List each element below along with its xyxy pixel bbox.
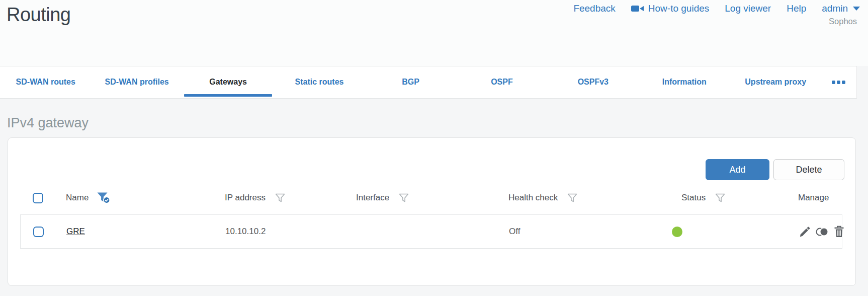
filter-icon[interactable] — [715, 193, 726, 203]
caret-down-icon — [853, 7, 860, 11]
header-cell-select — [20, 193, 58, 203]
filter-icon[interactable] — [275, 193, 286, 203]
ellipsis-icon — [832, 81, 845, 84]
header-cell-status: Status — [662, 193, 778, 203]
tab-sdwan-profiles[interactable]: SD-WAN profiles — [91, 66, 182, 98]
feedback-link[interactable]: Feedback — [573, 3, 615, 14]
filter-icon[interactable] — [398, 193, 409, 203]
gateway-name-link[interactable]: GRE — [66, 227, 85, 237]
admin-menu[interactable]: admin — [822, 3, 860, 14]
cell-manage — [779, 226, 844, 238]
tab-gateways[interactable]: Gateways — [183, 66, 274, 98]
cell-health-check: Off — [509, 227, 662, 237]
cell-select — [21, 227, 59, 237]
status-toggle-icon[interactable] — [816, 227, 829, 237]
row-select-checkbox[interactable] — [33, 227, 44, 237]
header-cell-interface: Interface — [356, 193, 508, 203]
tab-information[interactable]: Information — [639, 66, 730, 98]
tab-sdwan-routes[interactable]: SD-WAN routes — [0, 66, 91, 98]
more-tabs-button[interactable] — [821, 66, 856, 98]
tab-ospf[interactable]: OSPF — [456, 66, 547, 98]
routing-page: Routing Feedback How-to guides Log viewe… — [0, 0, 868, 296]
table-toolbar: Add Delete — [706, 159, 844, 180]
header-cell-manage: Manage — [778, 193, 842, 203]
tab-bar: SD-WAN routes SD-WAN profiles Gateways S… — [0, 66, 857, 99]
cell-name: GRE — [59, 227, 225, 237]
tab-bgp[interactable]: BGP — [365, 66, 456, 98]
filter-icon[interactable] — [567, 193, 578, 203]
tab-upstream-proxy[interactable]: Upstream proxy — [730, 66, 821, 98]
header-cell-health-check: Health check — [508, 193, 662, 203]
status-up-dot — [672, 227, 682, 237]
log-viewer-link[interactable]: Log viewer — [725, 3, 771, 14]
header-cell-ip: IP address — [225, 193, 356, 203]
tab-ospfv3[interactable]: OSPFv3 — [548, 66, 639, 98]
gateway-card: Add Delete Name IP address — [8, 137, 856, 286]
cell-ip: 10.10.10.2 — [225, 227, 357, 237]
section-heading: IPv4 gateway — [7, 114, 89, 132]
cell-status — [662, 227, 779, 237]
table-header: Name IP address Interface — [20, 186, 842, 209]
how-to-guides-link[interactable]: How-to guides — [631, 3, 709, 14]
brand-label: Sophos — [829, 16, 857, 27]
header-cell-name: Name — [58, 192, 225, 204]
delete-button[interactable]: Delete — [773, 159, 844, 180]
tab-static-routes[interactable]: Static routes — [274, 66, 365, 98]
help-link[interactable]: Help — [787, 3, 806, 14]
video-camera-icon — [631, 4, 644, 13]
add-button[interactable]: Add — [706, 159, 769, 180]
select-all-checkbox[interactable] — [33, 193, 43, 203]
pencil-icon[interactable] — [799, 226, 811, 238]
page-title: Routing — [7, 0, 70, 29]
trash-icon[interactable] — [834, 226, 844, 238]
table-row: GRE 10.10.10.2 Off — [20, 214, 842, 249]
filter-applied-icon[interactable] — [97, 192, 111, 204]
top-header: Routing Feedback How-to guides Log viewe… — [0, 0, 868, 66]
top-nav: Feedback How-to guides Log viewer Help a… — [573, 0, 860, 17]
